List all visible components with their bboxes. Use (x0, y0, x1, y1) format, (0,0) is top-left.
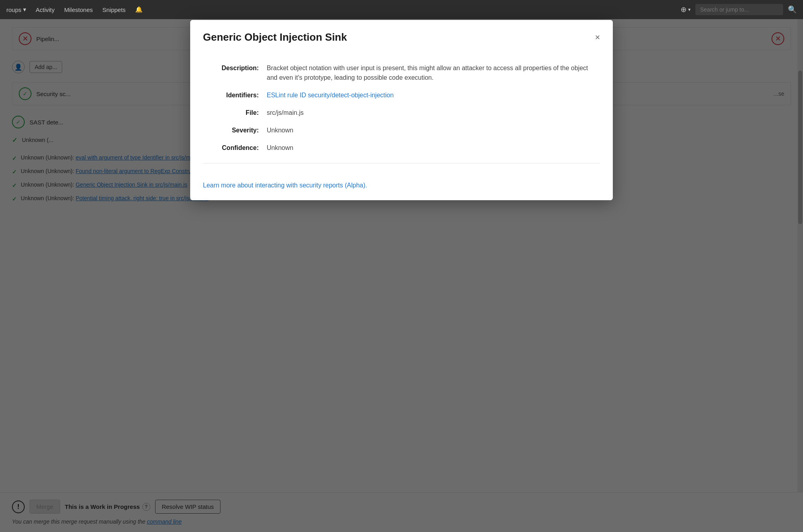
modal-footer: Learn more about interacting with securi… (190, 182, 613, 200)
confidence-label: Confidence: (203, 139, 267, 157)
chevron-down-icon: ▾ (23, 6, 26, 13)
severity-label: Severity: (203, 122, 267, 139)
description-value: Bracket object notation with user input … (267, 59, 600, 87)
modal-body: Description: Bracket object notation wit… (190, 51, 613, 182)
search-button[interactable]: 🔍 (788, 5, 797, 14)
nav-groups[interactable]: roups ▾ (6, 6, 26, 13)
file-value: src/js/main.js (267, 104, 600, 122)
search-input[interactable] (695, 4, 783, 15)
identifiers-label: Identifiers: (203, 87, 267, 104)
modal-divider (203, 163, 600, 164)
plus-button[interactable]: ⊕ ▾ (681, 5, 691, 14)
nav-groups-label: roups (6, 6, 22, 13)
nav-right: ⊕ ▾ 🔍 (681, 4, 797, 15)
confidence-row: Confidence: Unknown (203, 139, 600, 157)
identifiers-value: ESLint rule ID security/detect-object-in… (267, 87, 600, 104)
nav-activity-label: Activity (36, 6, 55, 13)
nav-snippets[interactable]: Snippets (102, 6, 126, 13)
top-nav: roups ▾ Activity Milestones Snippets 🔔 ⊕… (0, 0, 803, 19)
modal-dialog: Generic Object Injection Sink × Descript… (190, 20, 613, 200)
search-icon: 🔍 (788, 6, 797, 14)
plus-icon: ⊕ (681, 5, 687, 14)
nav-milestones[interactable]: Milestones (64, 6, 93, 13)
identifiers-row: Identifiers: ESLint rule ID security/det… (203, 87, 600, 104)
chevron-down-icon-2: ▾ (688, 7, 691, 12)
learn-more-link[interactable]: Learn more about interacting with securi… (203, 182, 367, 189)
nav-snippets-label: Snippets (102, 6, 126, 13)
identifiers-link[interactable]: ESLint rule ID security/detect-object-in… (267, 92, 394, 99)
description-label: Description: (203, 59, 267, 87)
file-row: File: src/js/main.js (203, 104, 600, 122)
nav-items: roups ▾ Activity Milestones Snippets 🔔 (6, 6, 143, 13)
nav-notifications[interactable]: 🔔 (135, 6, 143, 13)
file-label: File: (203, 104, 267, 122)
modal-close-button[interactable]: × (595, 33, 600, 42)
bell-icon: 🔔 (135, 6, 143, 13)
severity-row: Severity: Unknown (203, 122, 600, 139)
severity-value: Unknown (267, 122, 600, 139)
modal-header: Generic Object Injection Sink × (190, 20, 613, 51)
modal-title: Generic Object Injection Sink (203, 31, 347, 43)
detail-table: Description: Bracket object notation wit… (203, 59, 600, 157)
confidence-value: Unknown (267, 139, 600, 157)
nav-activity[interactable]: Activity (36, 6, 55, 13)
nav-milestones-label: Milestones (64, 6, 93, 13)
description-row: Description: Bracket object notation wit… (203, 59, 600, 87)
